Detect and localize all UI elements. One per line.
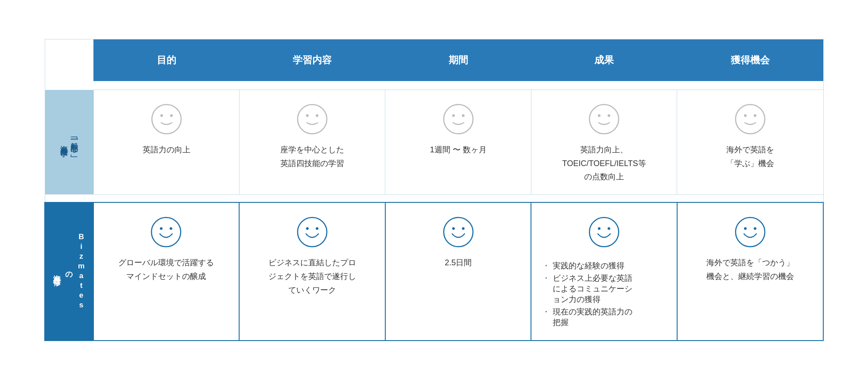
svg-point-29 bbox=[754, 227, 756, 230]
bizmates-purpose-cell: グローバル環境で活躍する マインドセットの醸成 bbox=[93, 202, 239, 341]
bullet-3: ・ 現在の実践的英語力の把握 bbox=[542, 306, 666, 328]
general-row: 「一般的な」海外留学 英語力の向上 bbox=[45, 90, 823, 195]
svg-point-28 bbox=[744, 227, 747, 230]
bullet-1: ・ 実践的な経験の獲得 bbox=[542, 260, 666, 271]
spacer-row bbox=[45, 81, 823, 90]
general-opportunity-text: 海外で英語を 「学ぶ」機会 bbox=[686, 143, 814, 170]
comparison-table-wrapper: 目的 学習内容 期間 成果 獲得機会 bbox=[44, 39, 824, 341]
bizmates-opportunity-text: 海外で英語を「つかう」 機会と、継続学習の機会 bbox=[686, 256, 814, 283]
bizmates-row: Bizmatesの海外研修 グローバル環境で活躍する マインドセットの醸成 bbox=[45, 202, 823, 341]
bizmates-content-text: ビジネスに直結したプロ ジェクトを英語で遂行し ていくワーク bbox=[248, 256, 376, 297]
svg-point-25 bbox=[598, 227, 601, 230]
svg-point-5 bbox=[316, 114, 318, 117]
bizmates-period-cell: 2.5日間 bbox=[385, 202, 531, 341]
svg-point-22 bbox=[452, 227, 455, 230]
header-col3: 期間 bbox=[385, 39, 531, 81]
general-content-cell: 座学を中心とした 英語四技能の学習 bbox=[239, 90, 385, 195]
header-col1: 目的 bbox=[93, 39, 239, 81]
header-row: 目的 学習内容 期間 成果 獲得機会 bbox=[45, 39, 823, 81]
svg-point-18 bbox=[298, 217, 327, 247]
svg-point-23 bbox=[462, 227, 465, 230]
svg-point-9 bbox=[589, 105, 619, 134]
bizmates-row-label: Bizmatesの海外研修 bbox=[45, 202, 93, 341]
svg-point-15 bbox=[151, 217, 181, 247]
header-col4: 成果 bbox=[531, 39, 677, 81]
smiley-neutral-3 bbox=[442, 103, 474, 135]
svg-point-12 bbox=[736, 105, 765, 134]
general-period-text: 1週間 〜 数ヶ月 bbox=[394, 143, 522, 157]
general-content-text: 座学を中心とした 英語四技能の学習 bbox=[248, 143, 376, 170]
smiley-neutral-2 bbox=[296, 103, 328, 135]
svg-point-0 bbox=[152, 105, 181, 134]
smiley-neutral-1 bbox=[151, 103, 182, 135]
svg-point-24 bbox=[589, 217, 619, 247]
bizmates-opportunity-cell: 海外で英語を「つかう」 機会と、継続学習の機会 bbox=[677, 202, 823, 341]
svg-point-10 bbox=[598, 114, 601, 117]
main-table: 目的 学習内容 期間 成果 獲得機会 bbox=[44, 39, 824, 341]
header-col5: 獲得機会 bbox=[677, 39, 823, 81]
smiley-happy-5 bbox=[734, 216, 766, 248]
svg-point-8 bbox=[462, 114, 465, 117]
bizmates-period-text: 2.5日間 bbox=[395, 256, 522, 270]
svg-point-3 bbox=[298, 105, 327, 134]
section-spacer bbox=[45, 194, 823, 202]
svg-point-21 bbox=[444, 217, 473, 247]
smiley-happy-3 bbox=[442, 216, 474, 248]
svg-point-13 bbox=[744, 114, 747, 117]
smiley-happy-4 bbox=[588, 216, 620, 248]
general-row-label: 「一般的な」海外留学 bbox=[45, 90, 93, 195]
svg-point-2 bbox=[170, 114, 173, 117]
smiley-happy-2 bbox=[296, 216, 328, 248]
header-col2: 学習内容 bbox=[239, 39, 385, 81]
svg-point-7 bbox=[452, 114, 455, 117]
svg-point-11 bbox=[608, 114, 610, 117]
bizmates-result-bullets: ・ 実践的な経験の獲得 ・ ビジネス上必要な英語によるコミュニケーション力の獲得… bbox=[542, 260, 666, 328]
svg-point-17 bbox=[170, 227, 172, 230]
bullet-2: ・ ビジネス上必要な英語によるコミュニケーション力の獲得 bbox=[542, 273, 666, 305]
bizmates-purpose-text: グローバル環境で活躍する マインドセットの醸成 bbox=[103, 256, 230, 283]
general-result-text: 英語力向上、 TOEIC/TOEFL/IELTS等 の点数向上 bbox=[540, 143, 668, 184]
svg-point-26 bbox=[608, 227, 610, 230]
bizmates-content-cell: ビジネスに直結したプロ ジェクトを英語で遂行し ていくワーク bbox=[239, 202, 385, 341]
smiley-neutral-5 bbox=[734, 103, 766, 135]
svg-point-6 bbox=[444, 105, 473, 134]
general-period-cell: 1週間 〜 数ヶ月 bbox=[385, 90, 531, 195]
svg-point-27 bbox=[736, 217, 765, 247]
smiley-neutral-4 bbox=[588, 103, 620, 135]
svg-point-16 bbox=[160, 227, 163, 230]
svg-point-14 bbox=[754, 114, 756, 117]
svg-point-19 bbox=[306, 227, 309, 230]
svg-point-20 bbox=[316, 227, 318, 230]
header-empty bbox=[45, 39, 93, 81]
bizmates-result-cell: ・ 実践的な経験の獲得 ・ ビジネス上必要な英語によるコミュニケーション力の獲得… bbox=[531, 202, 677, 341]
general-purpose-cell: 英語力の向上 bbox=[93, 90, 239, 195]
svg-point-1 bbox=[160, 114, 163, 117]
general-result-cell: 英語力向上、 TOEIC/TOEFL/IELTS等 の点数向上 bbox=[531, 90, 677, 195]
general-opportunity-cell: 海外で英語を 「学ぶ」機会 bbox=[677, 90, 823, 195]
general-purpose-text: 英語力の向上 bbox=[103, 143, 230, 157]
svg-point-4 bbox=[306, 114, 309, 117]
smiley-happy-1 bbox=[150, 216, 182, 248]
